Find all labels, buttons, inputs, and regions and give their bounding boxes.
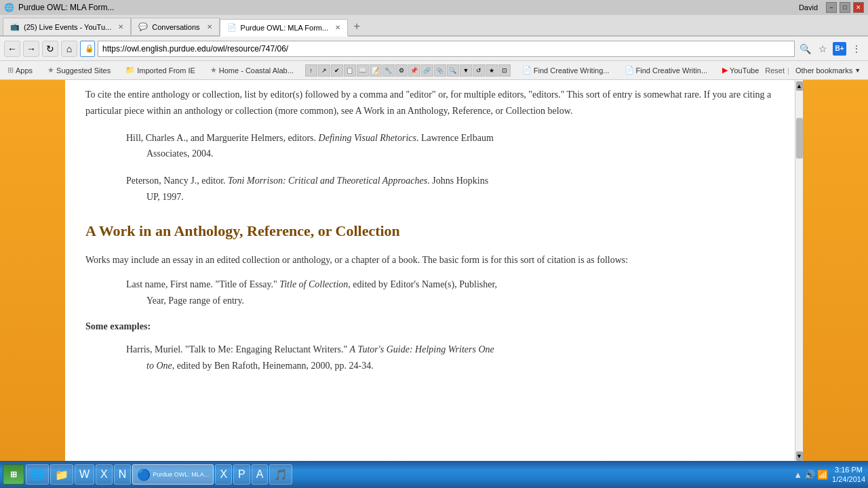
bm-right-sep: | bbox=[787, 66, 789, 75]
suggested-icon: ★ bbox=[47, 66, 54, 75]
find-creative-1[interactable]: 📄 Find Creative Writing... bbox=[519, 64, 613, 76]
home-button[interactable]: ⌂ bbox=[61, 41, 77, 57]
taskbar-word[interactable]: W bbox=[75, 464, 94, 485]
tab-3-close[interactable]: ✕ bbox=[335, 24, 340, 31]
tb-icon-6[interactable]: 📝 bbox=[370, 64, 382, 77]
example-1-line2: to One, edited by Ben Rafoth, Heinemann,… bbox=[146, 358, 774, 374]
tb-icon-8[interactable]: ⚙ bbox=[395, 64, 408, 77]
other-bookmarks[interactable]: Other bookmarks ▼ bbox=[792, 65, 864, 76]
citation-2-italic: Toni Morrison: Critical and Theoretical … bbox=[228, 176, 427, 186]
find-creative-1-label: Find Creative Writing... bbox=[534, 66, 610, 75]
tb-icon-5[interactable]: 📖 bbox=[357, 64, 369, 77]
tab-2-label: Conversations bbox=[152, 23, 199, 31]
taskbar-explorer[interactable]: 📁 bbox=[50, 464, 73, 485]
tb-icon-3[interactable]: ✔ bbox=[331, 64, 343, 77]
tb-icon-16[interactable]: ⊡ bbox=[498, 64, 511, 77]
scroll-track[interactable]: ▲ ▼ bbox=[795, 80, 803, 461]
home-bookmark[interactable]: ★ Home - Coastal Alab... bbox=[207, 64, 297, 76]
imported-ie-bookmark[interactable]: 📁 Imported From IE bbox=[122, 64, 199, 76]
excel2-icon: X bbox=[220, 468, 227, 481]
reset-label[interactable]: Reset bbox=[765, 66, 785, 75]
yt-icon: ▶ bbox=[722, 66, 728, 75]
star-icon[interactable]: ☆ bbox=[815, 41, 830, 56]
tab-1-close[interactable]: ✕ bbox=[118, 23, 123, 30]
tb-icon-12[interactable]: 🔍 bbox=[447, 64, 459, 77]
apps-bookmark[interactable]: ⊞ Apps bbox=[4, 64, 36, 76]
chrome-icon: 🔵 bbox=[137, 468, 151, 481]
access-icon: A bbox=[256, 468, 264, 481]
address-bar: ← → ↻ ⌂ 🔒 🔍 ☆ B+ ⋮ bbox=[0, 37, 868, 61]
excel-icon: X bbox=[100, 468, 108, 481]
clock-time: 3:16 PM bbox=[832, 465, 865, 474]
imported-label: Imported From IE bbox=[137, 66, 195, 75]
new-tab-button[interactable]: + bbox=[348, 18, 366, 35]
tb-icon-7[interactable]: 🔧 bbox=[382, 64, 395, 77]
citation-format: Last name, First name. "Title of Essay."… bbox=[126, 277, 774, 309]
right-side-strip bbox=[803, 80, 868, 461]
close-button[interactable]: ✕ bbox=[853, 2, 864, 13]
address-bar-icons: 🔍 ☆ B+ ⋮ bbox=[797, 41, 864, 56]
browser-icon: 🌐 bbox=[4, 3, 14, 12]
maximize-button[interactable]: □ bbox=[840, 2, 850, 13]
taskbar-music[interactable]: 🎵 bbox=[269, 464, 292, 485]
tb-icon-14[interactable]: ↺ bbox=[473, 64, 485, 77]
scroll-thumb[interactable] bbox=[796, 118, 803, 159]
example-1-line2-italic: to One bbox=[146, 361, 172, 371]
taskbar-chrome[interactable]: 🔵 Purdue OWL: MLA... bbox=[132, 464, 214, 485]
tb-icon-10[interactable]: 🔗 bbox=[421, 64, 433, 77]
ie-icon: 🌐 bbox=[31, 468, 44, 481]
url-input[interactable] bbox=[98, 41, 795, 57]
apps-label: Apps bbox=[16, 66, 33, 75]
example-1-italic: A Tutor's Guide: Helping Writers One bbox=[350, 344, 494, 354]
menu-icon[interactable]: ⋮ bbox=[849, 41, 864, 56]
tb-icon-9[interactable]: 📌 bbox=[408, 64, 420, 77]
format-italic: Title of Collection bbox=[279, 279, 348, 289]
intro-paragraph: To cite the entire anthology or collecti… bbox=[85, 87, 774, 119]
example-1-line1: Harris, Muriel. "Talk to Me: Engaging Re… bbox=[126, 342, 774, 358]
taskbar-excel2[interactable]: X bbox=[215, 464, 232, 485]
tab-2-close[interactable]: ✕ bbox=[207, 23, 212, 30]
network-icon[interactable]: 📶 bbox=[817, 470, 828, 480]
youtube-bookmark[interactable]: ▶ YouTube bbox=[719, 64, 762, 76]
suggested-sites-bookmark[interactable]: ★ Suggested Sites bbox=[44, 64, 114, 76]
up-arrow-icon[interactable]: ▲ bbox=[793, 470, 802, 480]
minimize-button[interactable]: − bbox=[826, 2, 837, 13]
word-icon: W bbox=[79, 468, 90, 481]
tb-icon-15[interactable]: ★ bbox=[486, 64, 498, 77]
citation-1: Hill, Charles A., and Marguerite Helmers… bbox=[126, 130, 774, 163]
format-line2: Year, Page range of entry. bbox=[146, 293, 774, 309]
taskbar-ie[interactable]: 🌐 bbox=[26, 464, 49, 485]
refresh-button[interactable]: ↻ bbox=[42, 41, 58, 57]
search-icon[interactable]: 🔍 bbox=[797, 41, 812, 56]
tb-icon-1[interactable]: ↑ bbox=[305, 64, 317, 77]
ppt-icon: P bbox=[238, 468, 245, 481]
citation-1-line1: Hill, Charles A., and Marguerite Helmers… bbox=[126, 130, 774, 146]
tab-3[interactable]: 📄 Purdue OWL: MLA Form... ✕ bbox=[220, 19, 349, 37]
secure-icon: 🔒 bbox=[80, 41, 95, 57]
back-button[interactable]: ← bbox=[4, 41, 20, 57]
tab-2[interactable]: 💬 Conversations ✕ bbox=[131, 18, 219, 35]
tb-icon-11[interactable]: 📎 bbox=[434, 64, 446, 77]
taskbar-access[interactable]: A bbox=[252, 464, 269, 485]
tb-icon-4[interactable]: 📋 bbox=[344, 64, 356, 77]
extensions-icon[interactable]: B+ bbox=[833, 42, 846, 56]
taskbar-excel[interactable]: X bbox=[96, 464, 113, 485]
page-content: To cite the entire anthology or collecti… bbox=[65, 80, 795, 461]
title-bar-text: Purdue OWL: MLA Form... bbox=[18, 3, 114, 12]
system-clock[interactable]: 3:16 PM 1/24/2014 bbox=[832, 465, 865, 485]
speaker-icon[interactable]: 🔊 bbox=[804, 470, 815, 480]
left-side-strip bbox=[0, 80, 65, 461]
find-creative-2[interactable]: 📄 Find Creative Writin... bbox=[621, 64, 711, 76]
tb-icon-2[interactable]: ↗ bbox=[318, 64, 330, 77]
chevron-down-icon: ▼ bbox=[854, 67, 861, 74]
imported-icon: 📁 bbox=[125, 66, 135, 75]
start-button[interactable]: ⊞ bbox=[3, 464, 24, 485]
taskbar-powerpoint[interactable]: P bbox=[233, 464, 250, 485]
taskbar-onenote[interactable]: N bbox=[114, 464, 132, 485]
tab-1[interactable]: 📺 (25) Live Events - YouTu... ✕ bbox=[3, 18, 131, 35]
citation-2-line1: Peterson, Nancy J., editor. Toni Morriso… bbox=[126, 173, 774, 189]
tb-icon-13[interactable]: ▼ bbox=[460, 64, 472, 77]
citation-2-line2: UP, 1997. bbox=[146, 189, 774, 205]
forward-button[interactable]: → bbox=[23, 41, 39, 57]
format-line1: Last name, First name. "Title of Essay."… bbox=[126, 277, 774, 293]
